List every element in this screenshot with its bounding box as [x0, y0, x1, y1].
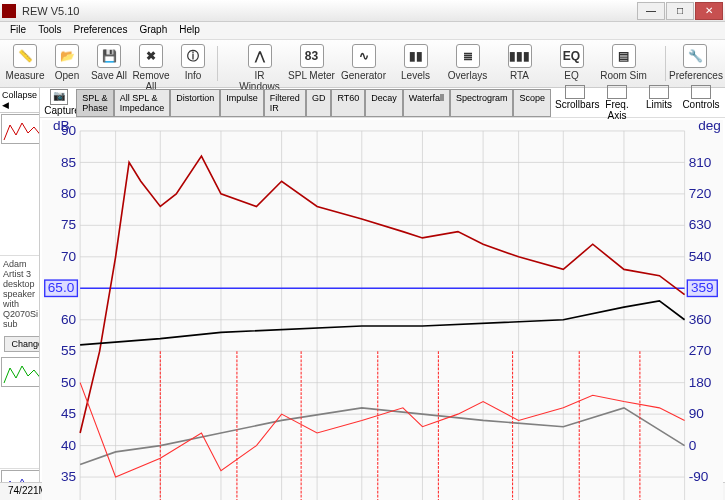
room-sim-button[interactable]: ▤Room Sim: [598, 42, 650, 85]
maximize-button[interactable]: □: [666, 2, 694, 20]
toolbar: 📏Measure📂Open💾Save All✖Remove AllⓘInfo⋀I…: [0, 40, 725, 88]
svg-text:deg: deg: [698, 120, 721, 133]
measurement-description: Adam Artist 3 desktop speaker with Q2070…: [0, 256, 39, 332]
menu-help[interactable]: Help: [173, 22, 206, 37]
svg-text:90: 90: [689, 406, 705, 421]
chart-plot[interactable]: 30354045505560657075808590-180-900901802…: [42, 120, 723, 500]
svg-text:360: 360: [689, 312, 712, 327]
close-button[interactable]: ✕: [695, 2, 723, 20]
capture-button[interactable]: 📷Capture: [44, 89, 74, 116]
measurement-item[interactable]: REL Sub, No EQSampledata.mdat21-Jun-2008…: [0, 356, 39, 469]
svg-text:60: 60: [61, 312, 77, 327]
svg-text:-90: -90: [689, 469, 709, 484]
controls-button[interactable]: Controls: [681, 85, 721, 121]
tab-filtered-ir[interactable]: Filtered IR: [264, 89, 306, 117]
tab-waterfall[interactable]: Waterfall: [403, 89, 450, 117]
info-button[interactable]: ⓘInfo: [172, 42, 214, 85]
chart-area: 📷Capture SPL & PhaseAll SPL & ImpedanceD…: [40, 88, 725, 482]
change-cal-button[interactable]: Change Cal...: [4, 336, 40, 352]
svg-text:75: 75: [61, 217, 76, 232]
collapse-button[interactable]: Collapse ◀: [0, 88, 39, 113]
svg-text:40: 40: [61, 438, 77, 453]
svg-text:65.0: 65.0: [48, 280, 75, 295]
graph-tabs: SPL & PhaseAll SPL & ImpedanceDistortion…: [76, 89, 551, 117]
remove-all-button[interactable]: ✖Remove All: [130, 42, 172, 85]
eq-button[interactable]: EQEQ: [546, 42, 598, 85]
measurement-thumb: [1, 357, 40, 387]
svg-text:70: 70: [61, 249, 77, 264]
svg-text:540: 540: [689, 249, 712, 264]
measurement-thumb: [1, 114, 40, 144]
freq-axis-button[interactable]: Freq. Axis: [597, 85, 637, 121]
menu-graph[interactable]: Graph: [133, 22, 173, 37]
tab-impulse[interactable]: Impulse: [220, 89, 264, 117]
measurement-item[interactable]: REL Sub+mainsSampledata.mdat21-Jun-2008 …: [0, 469, 39, 482]
scrollbars-button[interactable]: Scrollbars: [555, 85, 595, 121]
svg-text:810: 810: [689, 154, 712, 169]
tab-gd[interactable]: GD: [306, 89, 332, 117]
limits-button[interactable]: Limits: [639, 85, 679, 121]
generator-button[interactable]: ∿Generator: [338, 42, 390, 85]
minimize-button[interactable]: —: [637, 2, 665, 20]
sidebar: Collapse ◀ Artist 3+Q2070SiSampledata.md…: [0, 88, 40, 482]
spl-meter-button[interactable]: 83SPL Meter: [286, 42, 338, 85]
measurement-item[interactable]: Artist 3+Q2070SiSampledata.mdat05-May-20…: [0, 113, 39, 256]
svg-text:270: 270: [689, 343, 712, 358]
open-button[interactable]: 📂Open: [46, 42, 88, 85]
svg-text:35: 35: [61, 469, 76, 484]
ir-windows-button[interactable]: ⋀IR Windows: [234, 42, 286, 85]
svg-text:85: 85: [61, 154, 76, 169]
svg-text:45: 45: [61, 406, 76, 421]
menu-file[interactable]: File: [4, 22, 32, 37]
tab-scope[interactable]: Scope: [513, 89, 551, 117]
tab-all-spl-impedance[interactable]: All SPL & Impedance: [114, 89, 171, 117]
save-all-button[interactable]: 💾Save All: [88, 42, 130, 85]
overlays-button[interactable]: ≣Overlays: [442, 42, 494, 85]
tab-spl-phase[interactable]: SPL & Phase: [76, 89, 114, 117]
svg-text:dB: dB: [53, 120, 70, 133]
menu-tools[interactable]: Tools: [32, 22, 67, 37]
rta-button[interactable]: ▮▮▮RTA: [494, 42, 546, 85]
tab-rt-[interactable]: RT60: [331, 89, 365, 117]
svg-text:720: 720: [689, 186, 712, 201]
tab-distortion[interactable]: Distortion: [170, 89, 220, 117]
svg-text:0: 0: [689, 438, 697, 453]
levels-button[interactable]: ▮▮Levels: [390, 42, 442, 85]
menubar: FileToolsPreferencesGraphHelp: [0, 22, 725, 40]
svg-text:180: 180: [689, 375, 712, 390]
window-title: REW V5.10: [22, 5, 636, 17]
svg-text:80: 80: [61, 186, 77, 201]
preferences-button[interactable]: 🔧Preferences: [669, 42, 721, 85]
menu-preferences[interactable]: Preferences: [67, 22, 133, 37]
svg-text:50: 50: [61, 375, 77, 390]
measure-button[interactable]: 📏Measure: [4, 42, 46, 85]
svg-text:630: 630: [689, 217, 712, 232]
svg-text:359: 359: [691, 280, 714, 295]
tab-spectrogram[interactable]: Spectrogram: [450, 89, 514, 117]
svg-text:55: 55: [61, 343, 76, 358]
titlebar: REW V5.10 — □ ✕: [0, 0, 725, 22]
tab-decay[interactable]: Decay: [365, 89, 403, 117]
app-icon: [2, 4, 16, 18]
measurement-thumb: [1, 470, 40, 482]
